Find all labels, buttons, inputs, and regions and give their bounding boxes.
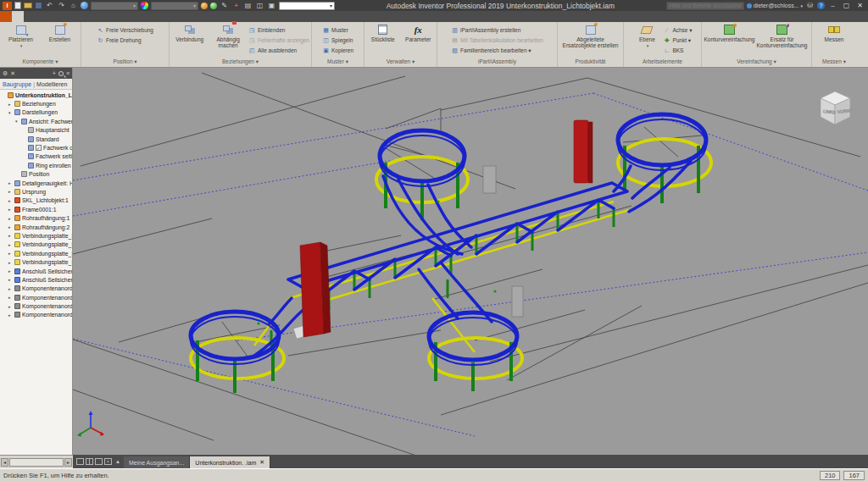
- tree-item[interactable]: ▾ Ansicht: Fachwerk: [0, 117, 72, 125]
- material-combo[interactable]: ▾: [91, 2, 138, 10]
- panel-title[interactable]: Position ▾: [81, 58, 169, 67]
- panel-title[interactable]: Muster ▾: [312, 58, 364, 67]
- kopieren-button[interactable]: ▣ Kopieren: [322, 46, 353, 55]
- ribbon-tab[interactable]: [142, 11, 154, 22]
- window-1-icon[interactable]: ▤: [243, 2, 253, 10]
- quick-select-combo[interactable]: ▾: [279, 2, 335, 10]
- collapse-icon[interactable]: ▲: [115, 459, 120, 464]
- help-search-input[interactable]: [666, 2, 744, 10]
- expand-icon[interactable]: ▸: [8, 312, 13, 318]
- abhaengig-machen-button[interactable]: Abhängig machen: [209, 24, 246, 49]
- tree-item[interactable]: ▸ Verbindungsplatte_Seit: [0, 249, 72, 257]
- freie-drehung-button[interactable]: ↻ Freie Drehung: [97, 36, 153, 45]
- erstellen-button[interactable]: Erstellen: [42, 24, 79, 42]
- familienbereich-button[interactable]: ▧ Familienbereich bearbeiten ▾: [451, 46, 543, 55]
- help-icon[interactable]: ?: [817, 2, 825, 9]
- tree-item[interactable]: Unterkonstruktion_Lich: [0, 91, 72, 99]
- expand-icon[interactable]: ▸: [8, 207, 13, 212]
- tile-vertical-icon[interactable]: [86, 458, 93, 465]
- document-tab[interactable]: Meine Ausgangsan...: [124, 456, 190, 468]
- ipart-erstellen-button[interactable]: ▥ iPart/iAssembly erstellen: [451, 25, 543, 35]
- freie-verschiebung-button[interactable]: ↖ Freie Verschiebung: [97, 25, 153, 35]
- ersatz-konturvereinfachung-button[interactable]: Ersatz für Konturvereinfachung: [756, 24, 809, 49]
- add-icon[interactable]: +: [231, 2, 241, 10]
- tree-item[interactable]: ▸ Komponentenanordnun: [0, 285, 72, 293]
- spiegeln-button[interactable]: ◫ Spiegeln: [322, 36, 353, 45]
- close-button[interactable]: ✕: [854, 1, 865, 10]
- expand-icon[interactable]: ▸: [8, 233, 13, 238]
- panel-title[interactable]: Beziehungen ▾: [170, 58, 311, 67]
- browser-horizontal-scrollbar[interactable]: ◂ ▸: [0, 455, 73, 468]
- tree-item[interactable]: ▸ Detailgenauigkeit: H: [0, 179, 72, 187]
- muster-button[interactable]: ▦ Muster: [322, 25, 353, 35]
- expand-icon[interactable]: ▸: [8, 224, 13, 229]
- ribbon-tab[interactable]: [47, 11, 59, 22]
- expand-icon[interactable]: ▸: [8, 277, 13, 282]
- pencil-icon[interactable]: ✎: [220, 2, 229, 10]
- expand-icon[interactable]: ▸: [8, 180, 13, 185]
- search-icon[interactable]: [58, 71, 64, 76]
- redo-icon[interactable]: ↷: [57, 2, 66, 10]
- tree-item[interactable]: ▸ Rohraufhängung:1: [0, 213, 72, 222]
- appearance-combo[interactable]: ▾: [151, 2, 198, 10]
- new-file-icon[interactable]: [14, 2, 21, 9]
- expand-icon[interactable]: ▸: [8, 251, 13, 256]
- tree-item[interactable]: Hauptansicht: [0, 126, 72, 135]
- panel-title[interactable]: Verwalten ▾: [364, 58, 437, 67]
- menu-icon[interactable]: ≡: [66, 70, 70, 76]
- tab-modellieren[interactable]: Modellieren: [36, 81, 67, 87]
- tree-item[interactable]: ▸ Ursprung: [0, 187, 72, 196]
- ribbon-tab[interactable]: [119, 11, 131, 22]
- adjust-icon[interactable]: [201, 3, 208, 9]
- expand-icon[interactable]: ▸: [8, 304, 13, 309]
- viewport[interactable]: LINKS VORNE: [73, 68, 868, 455]
- tree-item[interactable]: ▸ Rohraufhängung:2: [0, 223, 72, 231]
- expand-icon[interactable]: ▸: [8, 102, 13, 107]
- appearance-icon[interactable]: [141, 2, 148, 9]
- ribbon-tab[interactable]: [154, 11, 166, 22]
- ribbon-tab[interactable]: [107, 11, 119, 22]
- open-file-icon[interactable]: [24, 3, 32, 8]
- expand-icon[interactable]: ▸: [8, 216, 13, 221]
- tree-item[interactable]: ▸ Komponentenanordnun: [0, 311, 72, 319]
- window-3-icon[interactable]: ▣: [267, 2, 276, 10]
- platzieren-button[interactable]: Platzieren ▾: [3, 24, 40, 48]
- expand-icon[interactable]: ▸: [8, 295, 13, 300]
- verbindung-button[interactable]: Verbindung: [171, 24, 208, 42]
- tree-item[interactable]: ▸ Beziehungen: [0, 99, 72, 108]
- visibility-checkbox[interactable]: ✓: [36, 145, 42, 151]
- tree-item[interactable]: ▸ Anschluß Seilsicherun: [0, 267, 72, 275]
- expand-icon[interactable]: ▸: [8, 268, 13, 274]
- tree-item[interactable]: ▸ Komponentenanordnun: [0, 293, 72, 301]
- cascade-windows-icon[interactable]: [76, 458, 84, 465]
- tile-horizontal-icon[interactable]: [95, 458, 103, 465]
- expand-icon[interactable]: ▸: [8, 189, 13, 194]
- punkt-button[interactable]: ✚ Punkt ▾: [663, 36, 692, 45]
- ribbon-tab[interactable]: [83, 11, 95, 22]
- add-icon[interactable]: +: [53, 70, 56, 76]
- ribbon-tab[interactable]: [71, 11, 83, 22]
- tree-item[interactable]: Ring einrollen: [0, 161, 72, 169]
- ribbon-tab[interactable]: [95, 11, 107, 22]
- expand-icon[interactable]: ▾: [15, 119, 19, 124]
- scroll-right-icon[interactable]: ▸: [64, 458, 72, 467]
- panel-title[interactable]: Messen ▾: [812, 58, 856, 67]
- ribbon-tab[interactable]: [36, 11, 47, 22]
- tree-item[interactable]: ▸ Verbindungsplatte_Seit: [0, 240, 72, 249]
- tree-item[interactable]: ▸ Komponentenanordnun: [0, 301, 72, 310]
- scroll-left-icon[interactable]: ◂: [1, 458, 8, 467]
- close-tab-icon[interactable]: ✕: [259, 459, 264, 466]
- achse-button[interactable]: ∕ Achse ▾: [663, 25, 692, 35]
- tree-item[interactable]: ▸ SKL_Lichtobjekt:1: [0, 196, 72, 205]
- scrollbar-thumb[interactable]: [9, 458, 64, 467]
- tree-item[interactable]: ▸ Verbindungsplatte_Seit: [0, 257, 72, 266]
- abgeleitete-ersatzobjekte-button[interactable]: Abgeleitete Ersatzobjekte erstellen: [561, 24, 620, 49]
- home-icon[interactable]: ⌂: [69, 2, 78, 10]
- messen-button[interactable]: Messen: [815, 24, 853, 42]
- cart-icon[interactable]: ⛁: [805, 2, 815, 10]
- save-icon[interactable]: [35, 2, 42, 9]
- ebene-button[interactable]: Ebene ▾: [632, 24, 661, 48]
- einblenden-button[interactable]: ◳ Einblenden: [248, 25, 309, 35]
- expand-icon[interactable]: ▸: [8, 286, 13, 291]
- panel-title[interactable]: Komponente ▾: [0, 58, 81, 67]
